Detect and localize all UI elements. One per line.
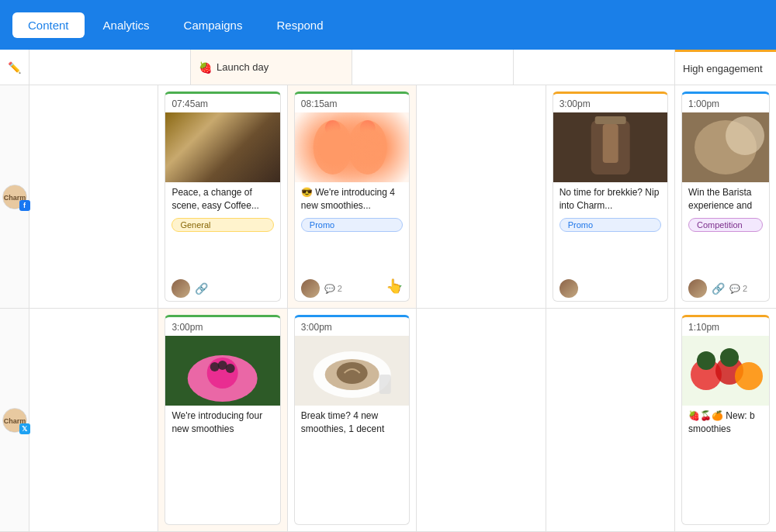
header-cell-engagement: High engagement (675, 50, 776, 85)
svg-point-5 (325, 120, 341, 136)
post-time-latte: 3:00pm (295, 317, 409, 336)
svg-point-4 (348, 120, 387, 174)
header-cell-3 (352, 50, 514, 85)
svg-point-21 (218, 361, 227, 370)
main-content: ✏️ 🍓 Launch day High engagement Charm (0, 50, 776, 532)
comment-count-smoothie: 💬 2 (324, 284, 342, 294)
post-footer-coffee: 🔗 (165, 276, 279, 301)
link-icon-barista: 🔗 (712, 282, 725, 295)
header-cell-4 (514, 50, 675, 85)
post-image-berries (682, 336, 769, 406)
avatar-barista (688, 279, 707, 298)
svg-point-6 (360, 120, 376, 136)
post-image-latte (295, 336, 409, 406)
account-row-twitter: Charm 𝕏 3:00pm (0, 309, 776, 532)
content-col-tw-6[interactable]: 1:10pm 🍓🍒🍊 New: b smoothies (675, 309, 776, 531)
post-card-latte[interactable]: 3:00pm Break time? 4 new smoothies, 1 de… (294, 315, 410, 525)
post-time-smoothie: 08:15am (295, 94, 409, 112)
svg-rect-26 (379, 375, 391, 394)
comment-num: 2 (338, 284, 342, 293)
tab-analytics[interactable]: Analytics (88, 12, 165, 38)
post-text-latte: Break time? 4 new smoothies, 1 decent (295, 406, 409, 440)
header-launch-label: Launch day (217, 61, 268, 73)
content-col-tw-3[interactable]: 3:00pm Break time? 4 new smoothies, 1 de… (288, 309, 417, 531)
comment-count-barista: 💬 2 (729, 284, 747, 294)
content-col-tw-5 (546, 309, 675, 531)
post-image-coffee (165, 112, 279, 182)
twitter-badge: 𝕏 (19, 423, 30, 434)
content-col-fb-5[interactable]: 3:00pm No time for brekkie? Nip into Cha… (546, 85, 675, 308)
post-text-iced: No time for brekkie? Nip into Charm... (553, 182, 667, 216)
header-cell-1 (29, 50, 191, 85)
svg-point-13 (726, 116, 764, 155)
avatar-smoothie (301, 279, 320, 298)
header-cell-launch: 🍓 Launch day (191, 50, 352, 85)
pencil-icon: ✏️ (8, 61, 21, 74)
rows-area: Charm f 07:45am Peace, a change of scene… (0, 85, 776, 532)
post-time-iced: 3:00pm (553, 94, 667, 112)
post-tag-promo-iced[interactable]: Promo (559, 218, 661, 232)
content-col-fb-2[interactable]: 07:45am Peace, a change of scene, easy C… (158, 85, 287, 308)
svg-rect-9 (594, 116, 625, 124)
content-col-fb-3[interactable]: 08:15am 😎 We're introducing 4 new smooth… (288, 85, 417, 308)
avatar-facebook: Charm f (2, 185, 27, 209)
post-card-coffee[interactable]: 07:45am Peace, a change of scene, easy C… (165, 92, 280, 302)
facebook-badge: f (19, 200, 30, 211)
content-col-tw-4 (417, 309, 546, 531)
account-cell-twitter: Charm 𝕏 (0, 309, 29, 531)
cursor-icon: 👆 (386, 278, 403, 295)
post-text-barista: Win the Barista experience and (682, 182, 769, 216)
post-text-berries: 🍓🍒🍊 New: b smoothies (682, 406, 769, 440)
svg-rect-2 (295, 112, 409, 182)
post-text-bowl: We're introducing four new smoothies (165, 406, 279, 440)
header-cell-edit: ✏️ (0, 50, 29, 85)
post-tag-promo-smoothie[interactable]: Promo (301, 218, 403, 232)
header-engagement-label: High engagement (683, 63, 763, 74)
svg-point-19 (210, 362, 220, 371)
avatar-coffee (171, 279, 190, 298)
account-cell-facebook: Charm f (0, 85, 29, 308)
strawberry-icon: 🍓 (199, 61, 212, 74)
svg-point-31 (697, 351, 715, 370)
comment-icon: 💬 (324, 284, 335, 294)
avatar-iced (559, 279, 578, 298)
post-card-barista[interactable]: 1:00pm Win the Barista experience and Co… (681, 92, 770, 302)
avatar-twitter: Charm 𝕏 (2, 408, 27, 433)
post-text-coffee: Peace, a change of scene, easy Coffee... (165, 182, 279, 216)
post-footer-iced (553, 276, 667, 301)
content-col-fb-6[interactable]: 1:00pm Win the Barista experience and Co… (675, 85, 776, 308)
content-col-fb-4 (417, 85, 546, 308)
tab-content[interactable]: Content (12, 12, 85, 38)
post-time-berries: 1:10pm (682, 317, 769, 336)
post-image-iced (553, 112, 667, 182)
comment-num-b: 2 (743, 284, 747, 293)
svg-point-30 (735, 362, 763, 390)
content-col-tw-2[interactable]: 3:00pm We're introducing four new smooth… (158, 309, 287, 531)
svg-rect-10 (602, 124, 618, 163)
post-tag-competition[interactable]: Competition (688, 218, 763, 232)
tab-respond[interactable]: Respond (261, 12, 338, 38)
post-image-barista (682, 112, 769, 182)
post-footer-barista: 🔗 💬 2 (682, 276, 769, 301)
comment-icon-b: 💬 (729, 284, 740, 294)
content-col-fb-1 (29, 85, 158, 308)
svg-point-3 (314, 120, 352, 174)
tab-campaigns[interactable]: Campaigns (168, 12, 258, 38)
navigation-bar: Content Analytics Campaigns Respond (0, 0, 776, 50)
post-time-bowl: 3:00pm (165, 317, 279, 336)
svg-point-32 (720, 348, 739, 367)
post-card-berries[interactable]: 1:10pm 🍓🍒🍊 New: b smoothies (681, 315, 770, 525)
svg-point-25 (337, 362, 368, 384)
post-image-smoothie (295, 112, 409, 182)
account-row-facebook: Charm f 07:45am Peace, a change of scene… (0, 85, 776, 309)
post-image-bowl (165, 336, 279, 406)
post-tag-general[interactable]: General (171, 218, 273, 232)
post-card-iced[interactable]: 3:00pm No time for brekkie? Nip into Cha… (553, 92, 668, 302)
link-icon-coffee: 🔗 (195, 282, 208, 295)
post-card-smoothie[interactable]: 08:15am 😎 We're introducing 4 new smooth… (294, 92, 410, 302)
post-card-bowl[interactable]: 3:00pm We're introducing four new smooth… (165, 315, 280, 525)
post-time-barista: 1:00pm (682, 94, 769, 112)
post-time-coffee: 07:45am (165, 94, 279, 112)
content-col-tw-1 (29, 309, 158, 531)
column-header-row: ✏️ 🍓 Launch day High engagement (0, 50, 776, 85)
